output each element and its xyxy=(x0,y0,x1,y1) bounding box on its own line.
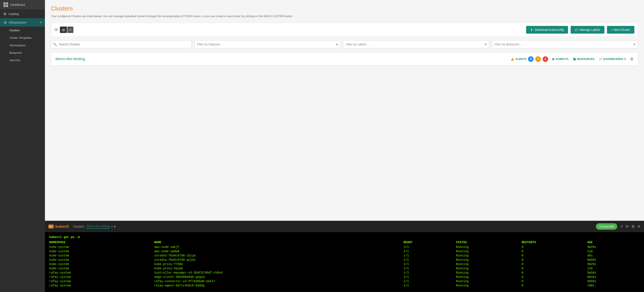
search-icon: 🔍 xyxy=(53,43,57,46)
blueprints-filter[interactable]: Filter by Blueprints ... ▾ xyxy=(492,40,638,48)
table-cell: 1/1 xyxy=(404,245,456,249)
table-cell: kube-system xyxy=(49,258,154,262)
col-name: NAME xyxy=(154,241,404,245)
sidebar-item-cluster-templates[interactable]: Cluster Templates xyxy=(0,34,45,42)
col-ready: READY xyxy=(404,241,456,245)
col-restarts: RESTARTS xyxy=(522,241,587,245)
terminal-table: NAMESPACE NAME READY STATUS RESTARTS AGE… xyxy=(49,241,640,288)
table-cell: relay-agent-6d7cc45dc9-6dd4g xyxy=(154,283,404,288)
table-cell: 5m56s xyxy=(587,270,640,275)
manage-labels-button[interactable]: 🏷 Manage Labels xyxy=(570,26,604,34)
add-cluster-tab-button[interactable]: + ▾ xyxy=(111,224,116,229)
table-cell: Running xyxy=(456,270,522,275)
table-cell: 1/1 xyxy=(404,258,456,262)
kubectl-header: >_ kubectl Clusters: demo-eks-testing + … xyxy=(45,221,644,232)
table-cell: aws-node-swkjf xyxy=(154,245,404,249)
table-cell: 0 xyxy=(522,245,587,249)
search-box: 🔍 xyxy=(51,40,192,48)
table-cell: rafay-connector-v3-6f76d5bd6-bkkx7 xyxy=(154,279,404,283)
labels-filter[interactable]: Filter by Labels ... ▾ xyxy=(343,40,489,48)
search-input[interactable] xyxy=(51,40,192,48)
table-cell: 11m xyxy=(587,266,640,270)
table-cell: 0 xyxy=(522,266,587,270)
table-cell: edge-client-56b99bb8d6-gng2q xyxy=(154,275,404,279)
table-cell: 0 xyxy=(522,249,587,253)
kubectl-logo-text: kubectl xyxy=(56,224,69,229)
view-toggle: ▤ ≡ xyxy=(60,27,74,33)
kubectl-cluster-tab[interactable]: demo-eks-testing xyxy=(87,224,110,229)
table-cell: kube-system xyxy=(49,266,154,270)
sidebar-item-catalog[interactable]: ⊞ Catalog xyxy=(0,10,45,18)
table-row: rafay-systemedge-client-56b99bb8d6-gng2q… xyxy=(49,275,640,279)
chevron-down-icon: ▾ xyxy=(40,21,42,24)
table-cell: Running xyxy=(456,253,522,258)
kubectl-link[interactable]: ▶ KUBECTL xyxy=(552,57,569,61)
refresh-button[interactable]: ⟳ xyxy=(54,27,58,32)
table-cell: rafay-system xyxy=(49,270,154,275)
table-cell: coredns-fbd4c9798-l5zjw xyxy=(154,253,404,258)
external-link-button[interactable]: ↗ xyxy=(620,224,623,229)
table-row: kube-systemaws-node-swkjf1/1Running09m29… xyxy=(49,245,640,249)
card-view-button[interactable]: ▤ xyxy=(60,27,67,33)
table-cell: controller-manager-v3-5b9f47d9df-rh6s8 xyxy=(154,270,404,275)
table-cell: Running xyxy=(456,275,522,279)
chevron-down-icon: ▾ xyxy=(485,43,486,46)
chevron-down-icon: ▾ xyxy=(634,43,635,46)
table-row: kube-systemcoredns-fbd4c9798-q2jdx1/1Run… xyxy=(49,258,640,262)
status-filter[interactable]: Filter by Statuses ... ▾ xyxy=(194,40,340,48)
cluster-card-header: demo-eks-testing 🔔 ALERTS 0 0 0 xyxy=(51,53,638,66)
infrastructure-icon: 🖥 xyxy=(4,21,7,24)
chevron-down-icon: ▾ xyxy=(624,57,626,61)
col-age: AGE xyxy=(587,241,640,245)
alerts-section: 🔔 ALERTS 0 0 0 xyxy=(511,56,548,62)
table-cell: 1/1 xyxy=(404,270,456,275)
kubectl-settings-button[interactable]: ⚙ xyxy=(632,224,635,229)
table-cell: 5m56s xyxy=(587,279,640,283)
table-row: rafay-systemrelay-agent-6d7cc45dc9-6dd4g… xyxy=(49,283,640,288)
table-cell: 1/1 xyxy=(404,249,456,253)
sidebar-item-dashboard[interactable]: Dashboard xyxy=(0,0,45,10)
table-row: rafay-systemrafay-connector-v3-6f76d5bd6… xyxy=(49,279,640,283)
kubectl-refresh-button[interactable]: ⟳ xyxy=(626,224,629,229)
alerts-link[interactable]: 🔔 ALERTS xyxy=(511,57,526,61)
tag-icon: 🏷 xyxy=(575,28,578,32)
table-cell: kube-system xyxy=(49,249,154,253)
kubectl-logo-icon: >_ xyxy=(48,224,54,228)
dashboards-link[interactable]: 📈 DASHBOARDS ▾ xyxy=(599,57,626,61)
sidebar-item-addons[interactable]: Add-Ons xyxy=(0,57,45,64)
cluster-settings-button[interactable]: ⚙ xyxy=(630,57,634,62)
sidebar-item-blueprints[interactable]: Blueprints xyxy=(0,49,45,57)
alert-badge-orange: 0 xyxy=(535,56,541,62)
table-cell: Running xyxy=(456,266,522,270)
addons-label: Add-Ons xyxy=(10,59,20,62)
table-cell: rafay-system xyxy=(49,279,154,283)
filter-bar: 🔍 Filter by Statuses ... ▾ Filter by Lab… xyxy=(51,40,638,48)
sidebar-group-header-infrastructure[interactable]: 🖥 Infrastructure ▾ xyxy=(0,18,45,27)
download-kubeconfig-button[interactable]: ⬇ Download Kubeconfig xyxy=(526,26,568,34)
catalog-icon: ⊞ xyxy=(4,12,6,16)
table-cell: 9m29s xyxy=(587,262,640,266)
table-row: kube-systemkube-proxy-f79841/1Running09m… xyxy=(49,262,640,266)
blueprints-label: Blueprints xyxy=(10,51,22,54)
new-cluster-button[interactable]: + New Cluster xyxy=(607,26,634,34)
main-area: Clusters Your configured Clusters are li… xyxy=(45,0,644,292)
table-cell: 1/1 xyxy=(404,266,456,270)
sidebar-item-clusters[interactable]: Clusters xyxy=(0,27,45,34)
table-cell: 0 xyxy=(522,275,587,279)
table-cell: 1/1 xyxy=(404,275,456,279)
table-cell: 1/1 xyxy=(404,283,456,288)
kubectl-close-button[interactable]: ✕ xyxy=(637,224,640,229)
sidebar-item-namespaces[interactable]: Namespaces xyxy=(0,42,45,49)
cluster-name[interactable]: demo-eks-testing xyxy=(56,57,85,61)
col-status: STATUS xyxy=(456,241,522,245)
table-cell: 11m xyxy=(587,249,640,253)
resources-link[interactable]: ▦ RESOURCES xyxy=(573,57,594,61)
toolbar: ⟳ ▤ ≡ ⬇ Download Kubeconfig 🏷 Manage Lab… xyxy=(51,23,638,37)
dashboard-label: Dashboard xyxy=(10,3,25,7)
table-cell: kube-system xyxy=(49,253,154,258)
list-view-button[interactable]: ≡ xyxy=(68,27,74,33)
table-cell: kube-system xyxy=(49,262,154,266)
kubectl-clusters-label: Clusters: xyxy=(73,225,85,228)
table-cell: kube-system xyxy=(49,245,154,249)
infrastructure-label: Infrastructure xyxy=(9,21,26,24)
